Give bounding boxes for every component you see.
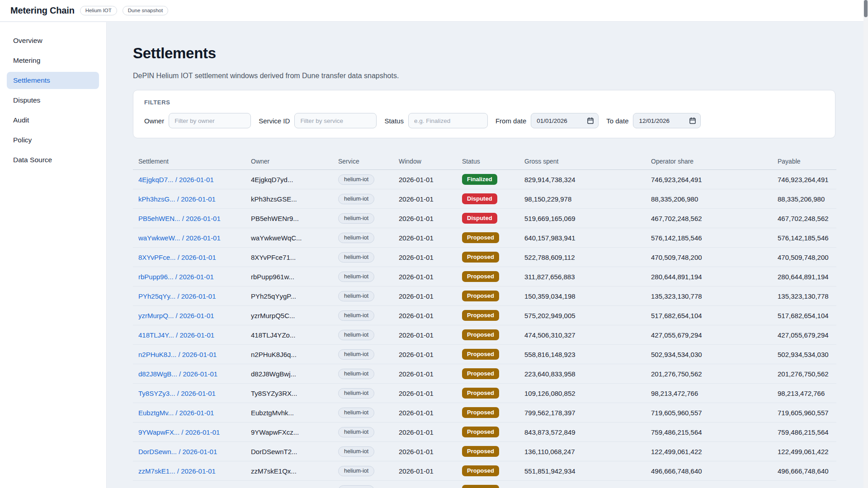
service-pill: helium-iot [338, 330, 374, 340]
column-header-owner: Owner [251, 158, 338, 165]
settlement-link[interactable]: zzM7skE1... / 2026-01-01 [138, 467, 216, 475]
settlement-link[interactable]: 9YWapwFX... / 2026-01-01 [138, 428, 220, 436]
operator-share-cell: 135,323,130,778 [651, 292, 778, 300]
gross-spent-cell: 558,816,148,923 [524, 351, 651, 358]
sidebar-item-data-source[interactable]: Data Source [7, 151, 99, 169]
operator-share-cell: 657,681,723,369 [651, 487, 778, 488]
gross-spent-cell: 109,126,080,852 [524, 389, 651, 397]
gross-spent-cell: 730,757,470,410 [524, 487, 651, 488]
service-pill: helium-iot [338, 310, 374, 321]
settlement-link[interactable]: 418TLJ4Y... / 2026-01-01 [138, 331, 214, 339]
operator-share-cell: 280,644,891,194 [651, 273, 778, 281]
settlement-link[interactable]: hVhpigCD... / 2026-01-01 [138, 487, 215, 488]
operator-share-cell: 746,923,264,491 [651, 176, 778, 183]
settlement-link[interactable]: Ty8SYZy3... / 2026-01-01 [138, 389, 216, 397]
owner-label: Owner [144, 117, 164, 125]
operator-share-cell: 517,682,654,104 [651, 312, 778, 319]
table-row: yzrMurpQ... / 2026-01-01 yzrMurpQ5C... h… [133, 306, 836, 325]
window-cell: 2026-01-01 [399, 487, 462, 488]
column-header-status: Status [462, 158, 524, 165]
settlement-link[interactable]: PB5ehWEN... / 2026-01-01 [138, 215, 221, 222]
settlement-link[interactable]: rbPupp96... / 2026-01-01 [138, 273, 214, 281]
settlement-link[interactable]: PYh25qYy... / 2026-01-01 [138, 292, 216, 300]
settlement-link[interactable]: waYwkweW... / 2026-01-01 [138, 234, 221, 242]
sidebar-item-settlements[interactable]: Settlements [7, 72, 99, 89]
payable-cell: 470,509,748,200 [778, 253, 836, 261]
gross-spent-cell: 98,150,229,978 [524, 195, 651, 203]
column-header-settlement: Settlement [138, 158, 251, 165]
window-cell: 2026-01-01 [399, 215, 462, 222]
table-row: 4EjgkqD7... / 2026-01-01 4EjgkqD7yd... h… [133, 170, 836, 189]
window-cell: 2026-01-01 [399, 176, 462, 183]
from-date-input[interactable] [531, 113, 599, 128]
sidebar-item-policy[interactable]: Policy [7, 131, 99, 149]
table-row: EubztgMv... / 2026-01-01 EubztgMvhk... h… [133, 403, 836, 422]
scrollbar-thumb[interactable] [864, 0, 868, 17]
to-date-input[interactable] [633, 113, 701, 128]
owner-cell: EubztgMvhk... [251, 409, 338, 417]
settlement-link[interactable]: d82J8WgB... / 2026-01-01 [138, 370, 217, 378]
owner-cell: hVhpigCDyg... [251, 487, 338, 488]
payable-cell: 719,605,960,557 [778, 409, 836, 417]
sidebar-item-disputes[interactable]: Disputes [7, 92, 99, 109]
column-header-gross-spent: Gross spent [524, 158, 651, 165]
window-cell: 2026-01-01 [399, 273, 462, 281]
table-row: waYwkweW... / 2026-01-01 waYwkweWqC... h… [133, 228, 836, 248]
table-header-row: SettlementOwnerServiceWindowStatusGross … [133, 153, 836, 170]
service-pill: helium-iot [338, 272, 374, 282]
status-badge: Proposed [462, 407, 499, 418]
service-pill: helium-iot [338, 427, 374, 437]
operator-share-cell: 98,213,472,766 [651, 389, 778, 397]
status-badge: Finalized [462, 174, 497, 185]
window-cell: 2026-01-01 [399, 331, 462, 339]
sidebar-item-label: Overview [13, 37, 42, 45]
settlement-link[interactable]: n2PHuK8J... / 2026-01-01 [138, 351, 217, 358]
table-row: DorDSewn... / 2026-01-01 DorDSewnT2... h… [133, 442, 836, 461]
status-badge: Disputed [462, 213, 497, 224]
status-badge: Proposed [462, 232, 499, 243]
status-badge: Proposed [462, 446, 499, 457]
settlement-link[interactable]: yzrMurpQ... / 2026-01-01 [138, 312, 214, 319]
status-badge: Proposed [462, 485, 499, 488]
table-row: kPh3hzsG... / 2026-01-01 kPh3hzsGSE... h… [133, 189, 836, 209]
sidebar-item-metering[interactable]: Metering [7, 52, 99, 69]
settlement-link[interactable]: kPh3hzsG... / 2026-01-01 [138, 195, 216, 203]
gross-spent-cell: 519,669,165,069 [524, 215, 651, 222]
operator-share-cell: 759,486,215,564 [651, 428, 778, 436]
status-badge: Proposed [462, 271, 499, 282]
gross-spent-cell: 640,157,983,941 [524, 234, 651, 242]
payable-cell: 502,934,534,030 [778, 351, 836, 358]
operator-share-cell: 576,142,185,546 [651, 234, 778, 242]
owner-input[interactable] [169, 113, 251, 128]
sidebar-item-audit[interactable]: Audit [7, 112, 99, 129]
service-id-label: Service ID [259, 117, 290, 125]
payable-cell: 576,142,185,546 [778, 234, 836, 242]
sidebar-item-label: Metering [13, 56, 40, 65]
gross-spent-cell: 311,827,656,883 [524, 273, 651, 281]
app-title: Metering Chain [10, 5, 75, 16]
window-cell: 2026-01-01 [399, 467, 462, 475]
status-badge: Proposed [462, 349, 499, 360]
settlement-link[interactable]: 8XYvPFce... / 2026-01-01 [138, 253, 216, 261]
owner-cell: 418TLJ4YZo... [251, 331, 338, 339]
owner-cell: PYh25qYygP... [251, 292, 338, 300]
gross-spent-cell: 575,202,949,005 [524, 312, 651, 319]
window-cell: 2026-01-01 [399, 448, 462, 455]
filters-heading: FILTERS [144, 99, 824, 106]
sidebar-item-overview[interactable]: Overview [7, 32, 99, 49]
owner-cell: 9YWapwFXcz... [251, 428, 338, 436]
status-input[interactable] [408, 113, 488, 128]
settlement-link[interactable]: EubztgMv... / 2026-01-01 [138, 409, 214, 417]
sidebar: Overview Metering Settlements Disputes A… [0, 22, 107, 488]
settlement-link[interactable]: DorDSewn... / 2026-01-01 [138, 448, 217, 455]
window-cell: 2026-01-01 [399, 389, 462, 397]
sidebar-item-label: Settlements [13, 76, 50, 84]
operator-share-cell: 502,934,534,030 [651, 351, 778, 358]
window-cell: 2026-01-01 [399, 409, 462, 417]
settlement-link[interactable]: 4EjgkqD7... / 2026-01-01 [138, 176, 214, 183]
owner-cell: waYwkweWqC... [251, 234, 338, 242]
service-id-input[interactable] [294, 113, 377, 128]
filters-panel: FILTERS Owner Service ID Status From dat… [133, 90, 835, 138]
payable-cell: 280,644,891,194 [778, 273, 836, 281]
service-pill: helium-iot [338, 369, 374, 379]
